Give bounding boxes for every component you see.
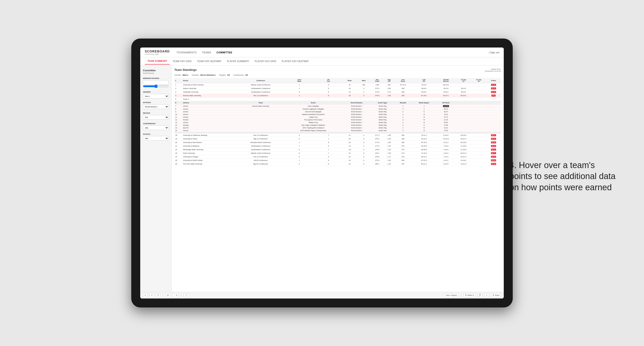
table-row[interactable]: 25 University of North Florida ASUN Conf…	[174, 159, 501, 162]
col-vs50: Vs Top50	[472, 78, 486, 83]
school-select[interactable]: (All)	[143, 136, 169, 141]
view-label: View: Original	[446, 294, 457, 296]
col-no-tour: NoTour	[314, 78, 343, 83]
sign-out-link[interactable]: | Sign out	[489, 51, 499, 54]
col-wins: Wins	[357, 78, 371, 83]
subnav-team-h2h-heatmap[interactable]: TEAM H2H HEATMAP	[194, 58, 224, 64]
expanded-detail-row: 13 Univers Williams Cup NCAA Division I …	[174, 121, 501, 124]
nav-links: TOURNAMENTS TEAMS COMMITTEE	[176, 50, 489, 55]
table-row[interactable]: 26 The Ohio State University Big Ten Con…	[174, 162, 501, 166]
col-adj-score: Adj.Score	[371, 78, 384, 83]
main-content: Committee Portal Review Minimum Rounds G…	[140, 65, 504, 292]
conference-select[interactable]: (All)	[143, 126, 169, 130]
expanded-detail-row: 8 Univers Southern Highlands Collegiate …	[174, 108, 501, 111]
table-row[interactable]: 19 University of Texas Big 12 Conference…	[174, 137, 501, 141]
watch-label: Watch ▾	[468, 294, 474, 296]
sub-nav: TEAM SUMMARY TEAM H2H GRID TEAM H2H HEAT…	[140, 57, 504, 65]
nav-committee[interactable]: COMMITTEE	[216, 50, 232, 55]
expanded-detail-row: 12 Florida I The Cypress Point Classic N…	[174, 119, 501, 121]
table-separator	[174, 132, 501, 134]
more-button[interactable]: ⋯ ▾	[172, 293, 178, 297]
col-low-sg: LowSG	[412, 78, 436, 83]
comment-button[interactable]: 💬	[477, 293, 483, 297]
expanded-detail-row: 10 Univers National Invitational Tournam…	[174, 113, 501, 116]
col-rnds: Rnds	[342, 78, 357, 83]
sidebar-title: Committee	[143, 69, 169, 72]
table-row[interactable]: 20 University of New Mexico Mountain Wes…	[174, 141, 501, 144]
subnav-player-summary[interactable]: PLAYER SUMMARY	[224, 58, 252, 64]
table-row[interactable]: 3 Vanderbilt University Southeastern Con…	[174, 90, 501, 94]
table-row[interactable]: 2 Auburn University Southeastern Confere…	[174, 87, 501, 90]
subnav-player-h2h-grid[interactable]: PLAYER H2H GRID	[252, 58, 279, 64]
region-select[interactable]: N/A All	[143, 115, 169, 119]
sidebar-division: Division NCAA Division I NCAA Division I…	[143, 102, 169, 109]
conference-label: Conference	[143, 123, 169, 125]
table-row[interactable]: 18 University of California, Berkeley Pa…	[174, 134, 501, 137]
expanded-detail-row: 14 Georgia Ben Hogan Collegiate Invitati…	[174, 124, 501, 127]
update-time: Update time: 13/03/2024 10:03:42	[485, 68, 501, 72]
watch-icon: 👁	[465, 294, 467, 296]
expanded-detail-row: 7 Univers Arizona State University Cabo …	[174, 105, 501, 108]
filter-conference: Conference: All	[233, 74, 248, 76]
expand-button[interactable]: ⤢	[484, 293, 489, 297]
expanded-detail-row: 11 Univers Copper Cup NCAA Division I Ma…	[174, 116, 501, 119]
annotation-text: 4. Hover over a team's points to see add…	[509, 160, 617, 193]
sidebar-header: Committee Portal Review	[143, 69, 169, 74]
col-school: School	[182, 78, 238, 83]
forward-button[interactable]: ↪	[150, 293, 154, 297]
min-rounds-slider[interactable]	[143, 85, 169, 87]
sidebar-gender: Gender Men's Women's	[143, 91, 169, 98]
min-rounds-input[interactable]	[143, 80, 169, 85]
sidebar-subtitle: Portal Review	[143, 72, 169, 74]
filter-gender: Gender: Men's	[174, 74, 188, 76]
table-row[interactable]: 23 Duke University Atlantic Coast Confer…	[174, 152, 501, 155]
clock-button[interactable]: 🕐	[184, 293, 189, 297]
col-points: Points	[486, 78, 501, 83]
table-row[interactable]: 22 Mississippi State University Southeas…	[174, 148, 501, 152]
col-conference: Conference	[237, 78, 284, 83]
separator-1: |	[163, 294, 163, 297]
division-label: Division	[143, 102, 169, 104]
expanded-detail-row: 16 Univers 2023 Sahalee Players Champion…	[174, 129, 501, 132]
sidebar-region: Region N/A All	[143, 112, 169, 119]
refresh-button[interactable]: ↻	[156, 293, 161, 297]
report-title: Team Standings	[174, 68, 196, 71]
tablet-device: SCOREBOARD Powered by clippi TOURNAMENTS…	[131, 38, 513, 308]
sidebar-school: School (All)	[143, 133, 169, 141]
table-row[interactable]: 24 University of Oregon Pac-12 Conferenc…	[174, 155, 501, 159]
table-row[interactable]: 1 University of North Carolina Atlantic …	[174, 83, 501, 87]
separator-2: |	[181, 294, 181, 297]
sidebar-conference: Conference (All)	[143, 123, 169, 130]
app-title: SCOREBOARD	[145, 49, 170, 53]
table-row[interactable]: 21 University of Alabama Southeastern Co…	[174, 144, 501, 148]
col-vs25: Vs Top25	[456, 78, 472, 83]
bottom-toolbar: ↩ ↪ ↻ | ⊕ ⋯ ▾ | 🕐 View: Original | 👁 Wat…	[140, 292, 504, 299]
gender-select[interactable]: Men's Women's	[143, 94, 169, 98]
gender-label: Gender	[143, 91, 169, 93]
table-row[interactable]: 5 Texas T...	[174, 97, 501, 101]
view-original-button[interactable]: View: Original	[444, 293, 458, 297]
expanded-detail-row: 9 Univers Amer Art Intercollegiate NCAA …	[174, 111, 501, 113]
nav-tournaments[interactable]: TOURNAMENTS	[176, 50, 196, 55]
sidebar-min-rounds: Minimum Rounds	[143, 77, 169, 88]
division-select[interactable]: NCAA Division I NCAA Division II NCAA Di…	[143, 104, 169, 109]
col-low-score: LowScore	[394, 78, 412, 83]
nav-teams[interactable]: TEAMS	[202, 50, 211, 55]
expanded-detail-row: 15 East Tei OFCC Fighting Illini Invitat…	[174, 127, 501, 129]
share-icon: ⬆	[492, 294, 494, 296]
back-button[interactable]: ↩	[143, 293, 148, 297]
nav-bar: SCOREBOARD Powered by clippi TOURNAMENTS…	[140, 47, 504, 57]
filter-region: Region: All	[219, 74, 230, 76]
col-rank: #	[174, 78, 182, 83]
watch-button[interactable]: 👁 Watch ▾	[463, 293, 476, 297]
logo-area: SCOREBOARD Powered by clippi	[145, 49, 170, 55]
school-label: School	[143, 133, 169, 135]
subnav-team-h2h-grid[interactable]: TEAM H2H GRID	[170, 58, 194, 64]
filter-row: Gender: Men's Division: NCAA Division I …	[174, 74, 501, 76]
table-row-highlighted[interactable]: 4 Arizona State University Pac-12 Confer…	[174, 94, 501, 97]
tablet-screen: SCOREBOARD Powered by clippi TOURNAMENTS…	[140, 47, 504, 299]
share-button[interactable]: ⬆ Share	[491, 293, 501, 297]
copy-button[interactable]: ⊕	[166, 293, 170, 297]
subnav-player-h2h-heatmap[interactable]: PLAYER H2H HEATMAP	[279, 58, 312, 64]
subnav-team-summary[interactable]: TEAM SUMMARY	[145, 58, 170, 65]
